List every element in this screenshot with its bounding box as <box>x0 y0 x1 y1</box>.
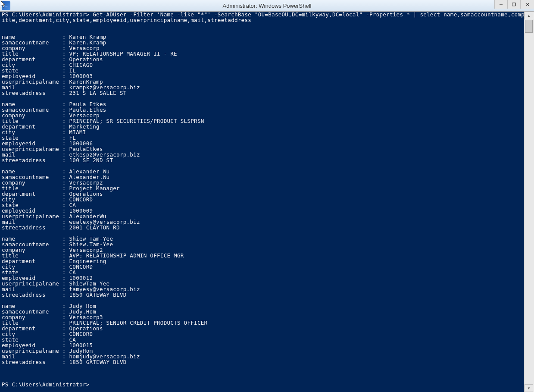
maximize-button[interactable]: ❐ <box>507 0 520 9</box>
scroll-thumb[interactable] <box>525 20 533 33</box>
window-controls: ─ ❐ ✕ <box>494 0 534 9</box>
terminal-output[interactable]: PS C:\Users\Administrator> Get-ADUser -F… <box>0 12 524 387</box>
scroll-up-arrow[interactable]: ▲ <box>525 12 533 19</box>
terminal-area[interactable]: PS C:\Users\Administrator> Get-ADUser -F… <box>0 12 524 392</box>
scroll-down-arrow[interactable]: ▼ <box>525 384 533 392</box>
mouse-cursor-icon <box>1 1 7 9</box>
terminal-wrapper: PS C:\Users\Administrator> Get-ADUser -F… <box>0 12 534 392</box>
window-title: Administrator: Windows PowerShell <box>223 3 312 9</box>
scroll-track[interactable] <box>525 33 533 392</box>
vertical-scrollbar[interactable]: ▲ ▼ <box>524 12 533 392</box>
title-bar[interactable]: Administrator: Windows PowerShell ─ ❐ ✕ <box>0 0 534 12</box>
close-button[interactable]: ✕ <box>520 0 534 9</box>
minimize-button[interactable]: ─ <box>494 0 507 9</box>
